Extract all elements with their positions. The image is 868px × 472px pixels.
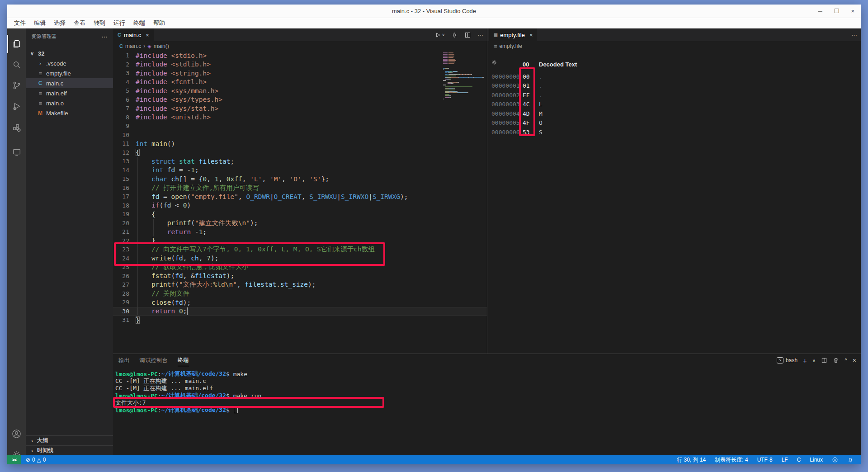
hex-byte-value[interactable]: 4C: [523, 101, 530, 108]
code-line-13[interactable]: 13 struct stat filestat;: [113, 157, 487, 166]
code-line-30[interactable]: 30 return 0;: [113, 307, 487, 316]
hex-row-00000004[interactable]: 000000044DM: [487, 109, 861, 118]
hex-byte-value[interactable]: 4F: [523, 119, 530, 126]
timeline-section[interactable]: › 时间线: [26, 445, 113, 455]
menu-终端[interactable]: 终端: [129, 19, 149, 27]
code-line-6[interactable]: 6#include <sys/types.h>: [113, 95, 487, 104]
tree-root-folder[interactable]: ∨32: [26, 48, 113, 58]
tree-item-.vscode[interactable]: ›.vscode: [26, 58, 113, 68]
terminal-dropdown-icon[interactable]: ∨: [812, 358, 816, 363]
terminal-picker[interactable]: > bash: [777, 357, 797, 363]
tree-item-main.o[interactable]: ≣main.o: [26, 98, 113, 108]
code-line-19[interactable]: 19 {: [113, 210, 487, 219]
code-line-21[interactable]: 21 return -1;: [113, 227, 487, 236]
code-line-24[interactable]: 24 write(fd, ch, 7);: [113, 254, 487, 263]
tab-main-c[interactable]: C main.c ×: [113, 28, 154, 41]
notifications-bell-icon[interactable]: [844, 457, 856, 463]
status-tab-size[interactable]: 制表符长度: 4: [712, 456, 750, 464]
code-line-14[interactable]: 14 int fd = -1;: [113, 166, 487, 175]
remote-explorer-icon[interactable]: [7, 143, 26, 161]
tab-close-icon[interactable]: ×: [529, 32, 533, 38]
new-terminal-icon[interactable]: +: [803, 357, 807, 364]
menu-运行[interactable]: 运行: [109, 19, 129, 27]
tab-empty-file[interactable]: ≣ empty.file ×: [489, 28, 537, 41]
code-line-3[interactable]: 3#include <string.h>: [113, 69, 487, 78]
panel-tab-调试控制台[interactable]: 调试控制台: [140, 355, 168, 366]
code-line-9[interactable]: 9: [113, 122, 487, 131]
status-cursor-position[interactable]: 行 30, 列 14: [674, 456, 708, 464]
search-icon[interactable]: [7, 56, 26, 74]
code-line-29[interactable]: 29 close(fd);: [113, 298, 487, 307]
panel-tab-输出[interactable]: 输出: [118, 355, 130, 366]
code-line-26[interactable]: 26 fstat(fd, &filestat);: [113, 272, 487, 281]
status-language[interactable]: C: [794, 457, 804, 463]
tree-item-Makefile[interactable]: MMakefile: [26, 108, 113, 118]
code-line-15[interactable]: 15 char ch[] = {0, 1, 0xff, 'L', 'M', 'O…: [113, 175, 487, 184]
hex-byte-value[interactable]: 00: [523, 73, 530, 80]
tree-item-main.elf[interactable]: ≣main.elf: [26, 88, 113, 98]
extensions-icon[interactable]: [7, 119, 26, 137]
code-line-7[interactable]: 7#include <sys/stat.h>: [113, 104, 487, 113]
code-line-12[interactable]: 12{: [113, 148, 487, 157]
hex-byte-value[interactable]: FF: [523, 92, 530, 99]
menu-选择[interactable]: 选择: [50, 19, 70, 27]
code-line-2[interactable]: 2#include <stdlib.h>: [113, 60, 487, 69]
hex-row-00000003[interactable]: 000000034CL: [487, 100, 861, 109]
code-line-8[interactable]: 8#include <unistd.h>: [113, 113, 487, 122]
menu-转到[interactable]: 转到: [90, 19, 109, 27]
code-line-23[interactable]: 23 // 向文件中写入7个字节, 0, 1, 0xff, L, M, O, S…: [113, 245, 487, 254]
hex-row-00000000[interactable]: 0000000000.: [487, 72, 861, 81]
code-line-16[interactable]: 16 // 打开并建立文件,所有用户可读写: [113, 184, 487, 193]
breadcrumb-file[interactable]: main.c: [125, 43, 141, 49]
code-line-27[interactable]: 27 printf("文件大小:%ld\n", filestat.st_size…: [113, 280, 487, 289]
source-control-icon[interactable]: [7, 76, 26, 94]
menu-文件[interactable]: 文件: [10, 19, 30, 27]
minimize-button[interactable]: ─: [818, 8, 822, 14]
close-panel-icon[interactable]: ×: [853, 357, 856, 364]
account-icon[interactable]: [7, 425, 26, 443]
more-actions-icon[interactable]: ⋯: [477, 32, 483, 38]
code-line-10[interactable]: 10: [113, 131, 487, 140]
more-actions-icon[interactable]: ⋯: [851, 32, 857, 38]
code-line-4[interactable]: 4#include <fcntl.h>: [113, 78, 487, 87]
tree-item-main.c[interactable]: Cmain.c: [26, 78, 113, 88]
maximize-panel-icon[interactable]: ^: [844, 357, 847, 363]
hex-byte-value[interactable]: 4D: [523, 110, 530, 117]
feedback-icon[interactable]: [829, 457, 841, 463]
code-line-5[interactable]: 5#include <sys/mman.h>: [113, 86, 487, 95]
breadcrumb-file[interactable]: empty.file: [499, 43, 522, 49]
menu-查看[interactable]: 查看: [70, 19, 90, 27]
breadcrumb-hex[interactable]: ≣ empty.file: [487, 41, 861, 51]
menu-编辑[interactable]: 编辑: [30, 19, 50, 27]
breadcrumb[interactable]: C main.c › ◈ main(): [113, 41, 487, 51]
code-line-31[interactable]: 31}: [113, 316, 487, 325]
code-line-28[interactable]: 28 // 关闭文件: [113, 289, 487, 298]
close-button[interactable]: ×: [851, 8, 854, 14]
code-line-25[interactable]: 25 // 获取文件信息，比如文件大小: [113, 263, 487, 272]
hex-settings-gear-icon[interactable]: [491, 59, 497, 67]
code-line-22[interactable]: 22 }: [113, 236, 487, 245]
tab-close-icon[interactable]: ×: [146, 32, 149, 38]
remote-indicator[interactable]: ><: [7, 455, 21, 464]
code-line-20[interactable]: 20 printf("建立文件失败\n");: [113, 219, 487, 228]
status-os[interactable]: Linux: [807, 457, 826, 463]
gear-icon[interactable]: [451, 32, 458, 38]
hex-row-00000001[interactable]: 0000000101.: [487, 81, 861, 91]
problems-status[interactable]: ⊘ 0 △ 0: [23, 457, 49, 463]
hex-byte-value[interactable]: 53: [523, 129, 530, 136]
kill-terminal-icon[interactable]: [833, 357, 839, 363]
explorer-icon[interactable]: [7, 35, 26, 53]
terminal[interactable]: lmos@lmos-PC:~/计算机基础/code/32$ makeCC -[M…: [115, 370, 861, 455]
status-encoding[interactable]: UTF-8: [755, 457, 775, 463]
hex-byte-value[interactable]: 01: [523, 82, 530, 89]
run-c-file-button[interactable]: ∨: [434, 32, 445, 38]
status-eol[interactable]: LF: [779, 457, 791, 463]
hex-viewer[interactable]: 00 Decoded Text 0000000000.0000000101.00…: [487, 51, 861, 354]
code-line-17[interactable]: 17 fd = open("empty.file", O_RDWR|O_CREA…: [113, 192, 487, 201]
code-line-18[interactable]: 18 if(fd < 0): [113, 201, 487, 210]
split-terminal-icon[interactable]: [821, 357, 827, 363]
maximize-button[interactable]: ☐: [834, 8, 840, 14]
hex-row-00000005[interactable]: 000000054FO: [487, 118, 861, 128]
code-line-11[interactable]: 11int main(): [113, 139, 487, 148]
code-editor[interactable]: 1#include <stdio.h>2#include <stdlib.h>3…: [113, 51, 487, 354]
